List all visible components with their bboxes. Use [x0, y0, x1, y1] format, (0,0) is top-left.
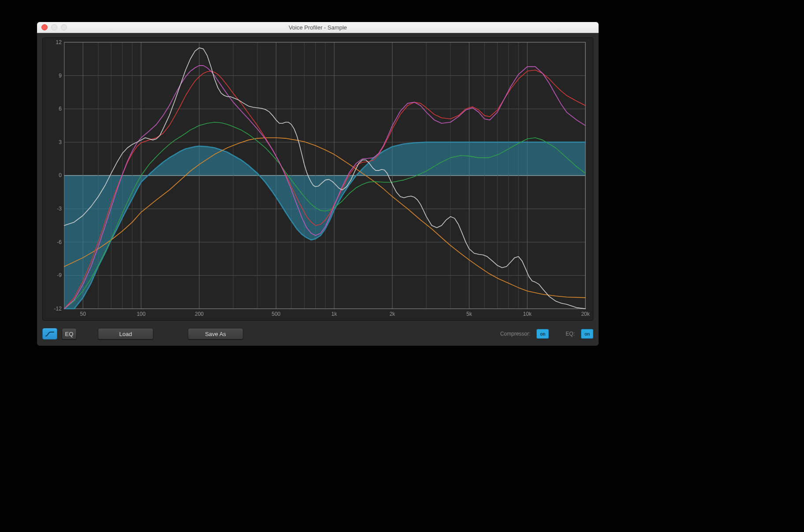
curve-view-button[interactable] [42, 328, 57, 340]
svg-text:5k: 5k [466, 311, 472, 317]
svg-text:20k: 20k [581, 311, 589, 317]
eq-button[interactable]: EQ [62, 328, 77, 340]
eq-label: EQ: [566, 331, 575, 337]
svg-text:-9: -9 [57, 272, 62, 278]
window-title: Voice Profiler - Sample [37, 24, 599, 31]
svg-text:-3: -3 [57, 206, 62, 212]
load-button[interactable]: Load [98, 328, 153, 340]
eq-toggle[interactable]: on [581, 329, 593, 339]
compressor-label: Compressor: [500, 331, 531, 337]
svg-text:6: 6 [59, 106, 62, 112]
titlebar: Voice Profiler - Sample [37, 22, 599, 33]
svg-text:10k: 10k [523, 311, 532, 317]
compressor-toggle[interactable]: on [536, 329, 549, 339]
toolbar: EQ Load Save As Compressor: on EQ: on [42, 327, 593, 341]
svg-text:3: 3 [59, 139, 62, 145]
svg-text:0: 0 [59, 173, 62, 179]
svg-text:9: 9 [59, 73, 62, 79]
zoom-icon [61, 24, 67, 30]
svg-text:50: 50 [80, 311, 86, 317]
svg-text:100: 100 [137, 311, 145, 317]
app-window: Voice Profiler - Sample -12-9-6-30369125… [37, 22, 599, 346]
svg-text:-12: -12 [54, 306, 62, 312]
save-as-button[interactable]: Save As [188, 328, 243, 340]
svg-text:12: 12 [56, 39, 62, 45]
svg-text:1k: 1k [331, 311, 337, 317]
svg-text:200: 200 [195, 311, 204, 317]
minimize-icon [51, 24, 57, 30]
close-icon[interactable] [41, 24, 48, 30]
svg-text:2k: 2k [390, 311, 395, 317]
spectrum-chart[interactable]: -12-9-6-3036912501002005001k2k5k10k20k [42, 37, 593, 321]
svg-text:500: 500 [272, 311, 280, 317]
svg-text:-6: -6 [57, 239, 62, 245]
